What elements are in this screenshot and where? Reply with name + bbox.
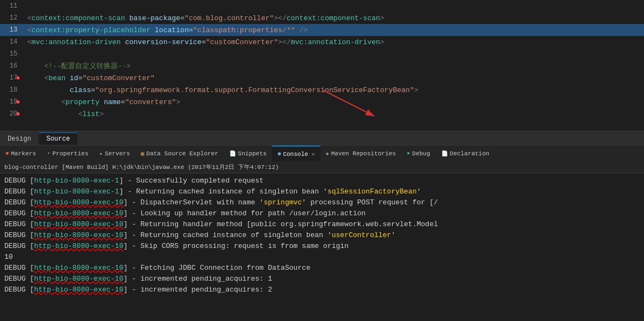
line-number-14: 14 bbox=[0, 38, 23, 46]
code-lines: 11 12 <context:component-scan base-packa… bbox=[0, 0, 644, 131]
code-line-13: 13 <context:property-placeholder locatio… bbox=[0, 24, 644, 36]
line-content-20: <list> bbox=[23, 110, 644, 118]
code-line-14: 14 <mvc:annotation-driven conversion-ser… bbox=[0, 36, 644, 48]
console-line-3: DEBUG [http-bio-8080-exec-10] - Dispatch… bbox=[4, 197, 640, 208]
line-number-12: 12 bbox=[0, 14, 23, 22]
line-number-19: 19 bbox=[0, 98, 23, 106]
close-console-btn[interactable]: ✕ bbox=[312, 151, 315, 158]
code-line-16: 16 <!--配置自定义转换器--> bbox=[0, 60, 644, 72]
console-line-9: DEBUG [http-bio-8080-exec-10] - Fetching… bbox=[4, 263, 640, 274]
console-icon: ■ bbox=[277, 151, 281, 157]
console-line-2: DEBUG [http-bio-8080-exec-1] - Returning… bbox=[4, 186, 640, 197]
line-number-18: 18 bbox=[0, 86, 23, 94]
line-content-17: <bean id="customConverter" bbox=[23, 74, 644, 82]
line-content-19: <property name="converters"> bbox=[23, 98, 644, 106]
debug-icon: ● bbox=[407, 150, 410, 156]
tab-debug[interactable]: ● Debug bbox=[402, 146, 436, 161]
line-number-13: 13 bbox=[0, 26, 23, 34]
line-number-17: 17 bbox=[0, 74, 23, 82]
tab-datasource-label: Data Source Explorer bbox=[147, 150, 218, 157]
tab-console-label: Console bbox=[283, 151, 308, 158]
maven-icon: ◆ bbox=[326, 150, 329, 157]
tab-properties[interactable]: ▪ Properties bbox=[41, 146, 94, 161]
snippets-icon: 📄 bbox=[229, 150, 236, 157]
declaration-icon: 📄 bbox=[441, 150, 448, 157]
tab-declaration-label: Declaration bbox=[450, 150, 490, 157]
line-number-20: 20 bbox=[0, 110, 23, 118]
markers-icon: ■ bbox=[5, 150, 9, 156]
servers-icon: ✦ bbox=[99, 150, 102, 157]
console-line-4: DEBUG [http-bio-8080-exec-10] - Looking … bbox=[4, 208, 640, 219]
line-number-15: 15 bbox=[0, 50, 23, 58]
tab-properties-label: Properties bbox=[52, 150, 88, 157]
line-number-11: 11 bbox=[0, 2, 23, 10]
tab-markers[interactable]: ■ Markers bbox=[0, 146, 41, 161]
editor-area: 11 12 <context:component-scan base-packa… bbox=[0, 0, 644, 131]
tab-snippets[interactable]: 📄 Snippets bbox=[224, 146, 272, 161]
line-content-12: <context:component-scan base-package="co… bbox=[23, 14, 644, 22]
datasource-icon: ▣ bbox=[141, 150, 144, 157]
console-line-6: DEBUG [http-bio-8080-exec-10] - Returnin… bbox=[4, 230, 640, 241]
console-line-10: DEBUG [http-bio-8080-exec-10] - incremen… bbox=[4, 274, 640, 284]
tab-servers[interactable]: ✦ Servers bbox=[94, 146, 135, 161]
panel-tabs-bar: ■ Markers ▪ Properties ✦ Servers ▣ Data … bbox=[0, 145, 644, 161]
tab-debug-label: Debug bbox=[412, 150, 430, 157]
tab-datasource[interactable]: ▣ Data Source Explorer bbox=[136, 146, 224, 161]
line-content-16: <!--配置自定义转换器--> bbox=[23, 61, 644, 71]
console-line-7: DEBUG [http-bio-8080-exec-10] - Skip COR… bbox=[4, 241, 640, 252]
code-line-12: 12 <context:component-scan base-package=… bbox=[0, 12, 644, 24]
source-tab[interactable]: Source bbox=[39, 132, 77, 145]
code-line-18: 18 class="org.springframework.format.sup… bbox=[0, 84, 644, 96]
console-title: blog-controller [Maven Build] H:\jdk\bin… bbox=[4, 164, 279, 171]
code-line-11: 11 bbox=[0, 0, 644, 12]
console-line-1: DEBUG [http-bio-8080-exec-1] - Successfu… bbox=[4, 175, 640, 186]
tab-servers-label: Servers bbox=[105, 150, 130, 157]
tab-maven[interactable]: ◆ Maven Repositories bbox=[320, 146, 402, 161]
properties-icon: ▪ bbox=[47, 150, 50, 156]
code-line-15: 15 bbox=[0, 48, 644, 60]
console-output[interactable]: DEBUG [http-bio-8080-exec-1] - Successfu… bbox=[0, 173, 644, 298]
line-number-16: 16 bbox=[0, 62, 23, 70]
line-content-18: class="org.springframework.format.suppor… bbox=[23, 86, 644, 94]
console-area: blog-controller [Maven Build] H:\jdk\bin… bbox=[0, 161, 644, 298]
editor-tabs: Design Source bbox=[0, 131, 644, 145]
tab-declaration[interactable]: 📄 Declaration bbox=[436, 146, 495, 161]
design-tab[interactable]: Design bbox=[0, 133, 39, 145]
tab-markers-label: Markers bbox=[11, 150, 36, 157]
code-line-20: 20 <list> bbox=[0, 108, 644, 120]
console-line-5: DEBUG [http-bio-8080-exec-10] - Returnin… bbox=[4, 219, 640, 230]
tab-snippets-label: Snippets bbox=[238, 150, 267, 157]
console-line-11: DEBUG [http-bio-8080-exec-10] - incremen… bbox=[4, 284, 640, 295]
tab-console[interactable]: ■ Console ✕ bbox=[272, 146, 320, 161]
code-line-17: 17 <bean id="customConverter" bbox=[0, 72, 644, 84]
code-line-19: 19 <property name="converters"> bbox=[0, 96, 644, 108]
console-line-8: 10 bbox=[4, 252, 640, 263]
console-title-bar: blog-controller [Maven Build] H:\jdk\bin… bbox=[0, 161, 644, 173]
line-content-14: <mvc:annotation-driven conversion-servic… bbox=[23, 38, 644, 46]
line-content-13: <context:property-placeholder location="… bbox=[23, 26, 644, 34]
tab-maven-label: Maven Repositories bbox=[331, 150, 396, 157]
